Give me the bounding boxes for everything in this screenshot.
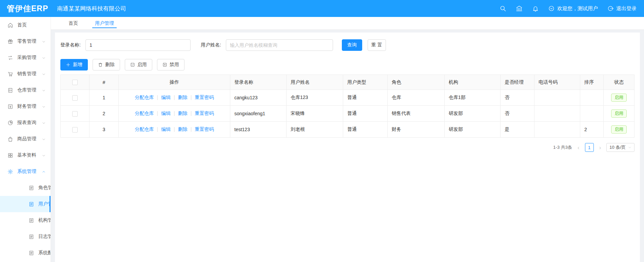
sidebar-item-首页[interactable]: 首页: [0, 17, 51, 33]
sidebar-item-零售管理[interactable]: 零售管理: [0, 33, 51, 49]
action-separator: |: [174, 110, 175, 116]
page-tabs: 首页用户管理: [51, 17, 644, 30]
next-page-button[interactable]: ›: [599, 145, 602, 150]
cell-org: 仓库1部: [445, 90, 501, 106]
column-header-是否经理: 是否经理: [501, 75, 534, 90]
action-link-编辑[interactable]: 编辑: [161, 110, 171, 116]
sidebar-item-系统管理[interactable]: 系统管理: [0, 163, 51, 180]
action-link-分配仓库[interactable]: 分配仓库: [135, 126, 154, 132]
login-name-label: 登录名称:: [60, 42, 81, 48]
sidebar-item-用户管理[interactable]: 用户管理: [0, 196, 51, 212]
bank-icon[interactable]: [516, 5, 523, 12]
prev-page-button[interactable]: ‹: [577, 145, 580, 150]
column-header-机构: 机构: [445, 75, 501, 90]
cell-index: 2: [90, 106, 119, 122]
cell-sort: [580, 90, 604, 106]
add-button[interactable]: 新增: [60, 59, 88, 70]
chevron-down-icon: [42, 39, 46, 43]
enable-button[interactable]: 启用: [125, 59, 152, 70]
content-panel: 登录名称: 用户姓名: 查询 重 置 新增 删除: [55, 33, 640, 262]
doc-icon: [28, 201, 34, 207]
warehouse-icon: [7, 87, 13, 93]
action-link-删除[interactable]: 删除: [178, 95, 188, 100]
sidebar-item-label: 机构管理: [38, 217, 51, 223]
action-link-编辑[interactable]: 编辑: [161, 95, 171, 100]
cell-login-name: songxiaofeng1: [230, 106, 287, 122]
doc-icon: [28, 234, 34, 240]
cell-phone: [534, 90, 580, 106]
action-separator: |: [191, 126, 192, 132]
sidebar-item-label: 日志管理: [38, 234, 51, 240]
column-header-登录名称: 登录名称: [230, 75, 287, 90]
login-name-input[interactable]: [85, 39, 191, 51]
row-checkbox[interactable]: [72, 111, 78, 117]
doc-icon: [28, 250, 34, 256]
grid-icon: [7, 153, 13, 158]
action-separator: |: [157, 95, 158, 100]
delete-button[interactable]: 删除: [93, 59, 120, 70]
cell-login-name: cangku123: [230, 90, 287, 106]
reset-button[interactable]: 重 置: [368, 39, 386, 51]
sidebar-item-报表查询[interactable]: 报表查询: [0, 115, 51, 131]
page-size-select[interactable]: 10 条/页: [606, 143, 635, 152]
select-all-checkbox[interactable]: [72, 80, 78, 85]
sidebar-item-日志管理[interactable]: 日志管理: [0, 228, 51, 245]
tab-用户管理[interactable]: 用户管理: [94, 17, 115, 29]
row-checkbox[interactable]: [72, 127, 78, 133]
action-link-编辑[interactable]: 编辑: [161, 126, 171, 132]
search-form: 登录名称: 用户姓名: 查询 重 置: [60, 39, 635, 51]
action-separator: |: [157, 110, 158, 116]
header-actions: 欢迎您，测试用户 退出登录: [500, 5, 644, 12]
query-button[interactable]: 查询: [342, 39, 362, 51]
action-separator: |: [191, 95, 192, 100]
bag-icon: [7, 136, 13, 142]
user-menu[interactable]: 欢迎您，测试用户: [548, 5, 598, 12]
sidebar-item-角色管理[interactable]: 角色管理: [0, 180, 51, 196]
cell-role: 财务: [388, 122, 445, 138]
search-icon[interactable]: [500, 5, 506, 12]
action-link-分配仓库[interactable]: 分配仓库: [135, 95, 154, 100]
sidebar-item-销售管理[interactable]: 销售管理: [0, 66, 51, 82]
sidebar-item-商品管理[interactable]: 商品管理: [0, 131, 51, 147]
table-row: 3 分配仓库|编辑|删除|重置密码 test123 刘老根 普通 财务 研发部 …: [61, 122, 635, 138]
sidebar-item-基本资料[interactable]: 基本资料: [0, 147, 51, 163]
table-toolbar: 新增 删除 启用 禁用: [60, 59, 635, 70]
trash-icon: [98, 62, 103, 67]
action-link-重置密码[interactable]: 重置密码: [195, 110, 214, 116]
sidebar-item-label: 采购管理: [17, 55, 36, 61]
sidebar-item-系统配置[interactable]: 系统配置: [0, 245, 51, 261]
cell-actions: 分配仓库|编辑|删除|重置密码: [119, 106, 230, 122]
action-link-重置密码[interactable]: 重置密码: [195, 95, 214, 100]
app-body: 首页 零售管理 采购管理 销售管理 仓库管理 财务管理 报表查询 商品管理 基本: [0, 17, 644, 262]
gear-icon: [7, 169, 13, 175]
bell-icon[interactable]: [532, 5, 539, 12]
sidebar-item-label: 报表查询: [17, 120, 36, 126]
sidebar-item-采购管理[interactable]: 采购管理: [0, 49, 51, 66]
logout-button[interactable]: 退出登录: [607, 5, 637, 12]
add-button-label: 新增: [73, 62, 82, 68]
tab-首页[interactable]: 首页: [68, 17, 79, 29]
column-header-电话号码: 电话号码: [534, 75, 580, 90]
action-link-删除[interactable]: 删除: [178, 126, 188, 132]
app-logo: 管伊佳ERP: [0, 3, 51, 14]
sidebar-item-财务管理[interactable]: 财务管理: [0, 98, 51, 115]
sidebar-item-仓库管理[interactable]: 仓库管理: [0, 82, 51, 98]
cell-user-name: 仓库123: [287, 90, 343, 106]
sidebar-item-label: 商品管理: [17, 136, 36, 142]
action-link-重置密码[interactable]: 重置密码: [195, 126, 214, 132]
row-checkbox[interactable]: [72, 95, 78, 101]
sidebar-item-机构管理[interactable]: 机构管理: [0, 212, 51, 228]
action-separator: |: [174, 95, 175, 100]
action-separator: |: [191, 110, 192, 116]
disable-button[interactable]: 禁用: [157, 59, 184, 70]
user-name-input[interactable]: [226, 39, 333, 51]
sidebar-item-label: 首页: [17, 22, 27, 28]
cell-manager: 否: [501, 90, 534, 106]
action-link-删除[interactable]: 删除: [178, 110, 188, 116]
sidebar-item-label: 零售管理: [17, 38, 36, 44]
current-page-button[interactable]: 1: [585, 143, 594, 152]
cell-actions: 分配仓库|编辑|删除|重置密码: [119, 122, 230, 138]
action-link-分配仓库[interactable]: 分配仓库: [135, 110, 154, 116]
pagination-total: 1-3 共3条: [553, 144, 572, 150]
sidebar-item-label: 销售管理: [17, 71, 36, 77]
